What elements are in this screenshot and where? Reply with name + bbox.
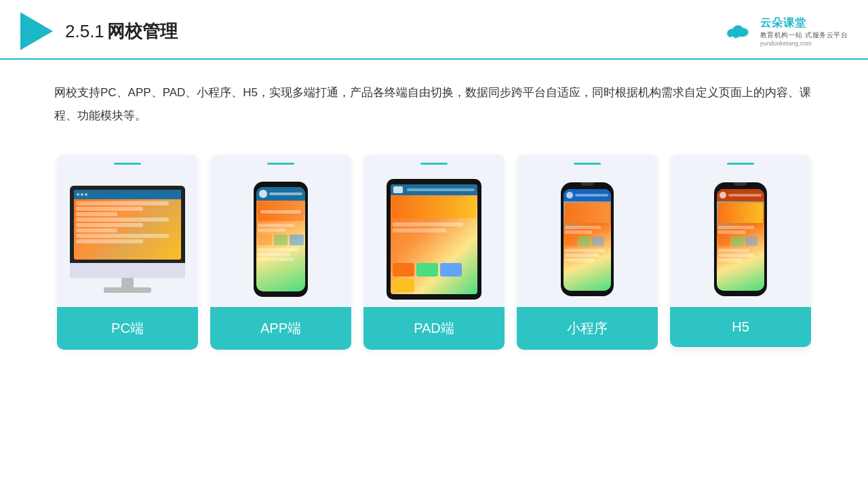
- brand-text: 云朵课堂 教育机构一站 式服务云平台 yunduoketang.com: [760, 16, 848, 47]
- h5-mockup: [714, 182, 767, 296]
- nav: [407, 188, 475, 191]
- monitor-stand: [70, 278, 185, 293]
- phone-row: [258, 258, 294, 261]
- h5-image-area: [670, 165, 811, 307]
- phone-content: [256, 222, 305, 291]
- monitor-base: [104, 287, 151, 293]
- monitor-bar: [74, 190, 181, 199]
- content-row: [76, 218, 169, 222]
- grid-item: [258, 235, 272, 245]
- brand-logo: ☁ 云朵课堂 教育机构一站 式服务云平台 yunduoketang.com: [722, 16, 848, 47]
- h5-row: [718, 253, 754, 257]
- mini-block: [592, 237, 604, 246]
- mini-block: [578, 237, 591, 246]
- grid-item: [274, 235, 288, 245]
- dot: [85, 193, 87, 196]
- monitor-screen-outer: [70, 186, 185, 264]
- h5-grid: [718, 235, 763, 247]
- h5-content: [717, 224, 764, 291]
- content-row: [76, 207, 143, 211]
- svg-point-5: [733, 25, 743, 34]
- h5-row: [718, 226, 754, 229]
- monitor-content: [74, 199, 181, 260]
- miniphone-header: [564, 189, 611, 201]
- monitor-neck: [121, 278, 134, 287]
- cloud-icon: ☁: [722, 19, 755, 43]
- h5-banner: [718, 203, 763, 223]
- h5-row: [718, 249, 749, 252]
- content-row: [76, 228, 117, 232]
- tablet-row: [393, 222, 463, 226]
- h5-block: [732, 237, 744, 246]
- card-label-h5: H5: [670, 307, 811, 347]
- tablet-blocks: [391, 261, 477, 294]
- monitor-mockup: [70, 186, 185, 293]
- svg-text:☁: ☁: [728, 33, 734, 40]
- h5-block: [718, 237, 730, 246]
- phone-row: [258, 253, 290, 256]
- section-number: 2.5.1: [65, 21, 104, 41]
- brand-tagline: 教育机构一站 式服务云平台: [760, 30, 848, 40]
- content-row: [76, 239, 143, 243]
- miniphone-notch2: [734, 182, 747, 186]
- phone-mockup: [254, 182, 308, 297]
- content-row: [76, 212, 117, 216]
- card-pc: PC端: [57, 155, 198, 350]
- h5-row: [718, 258, 743, 262]
- block: [440, 263, 462, 277]
- brand-url: yunduoketang.com: [760, 40, 812, 47]
- avatar-circle: [259, 190, 267, 198]
- tablet-mockup: [387, 179, 481, 300]
- card-label-app: APP端: [210, 307, 351, 350]
- header: 2.5.1网校管理 ☁ 云朵课堂 教育机构一站 式服务云平台 yunduoket…: [0, 0, 868, 60]
- h5-block: [745, 237, 757, 246]
- mini-grid: [565, 235, 610, 247]
- content-row: [76, 223, 143, 227]
- avatar-sm: [566, 192, 573, 199]
- dot: [81, 193, 83, 196]
- description-text: 网校支持PC、APP、PAD、小程序、H5，实现多端打通，产品各终端自由切换，数…: [0, 60, 868, 134]
- phone-row: [258, 228, 285, 232]
- miniphone-content: [564, 224, 611, 291]
- mini-banner: [565, 203, 610, 223]
- card-miniprogram: 小程序: [517, 155, 658, 350]
- phone-row: [258, 248, 299, 251]
- phone-grid: [258, 233, 304, 247]
- banner-area: [258, 202, 304, 221]
- mini-row: [565, 226, 601, 229]
- nav-bar: [575, 194, 608, 197]
- mini-row: [565, 258, 594, 262]
- block: [393, 263, 414, 277]
- miniphone-notch: [580, 182, 594, 186]
- phone-header: [256, 187, 305, 201]
- mini-block: [565, 237, 577, 246]
- phone-screen: [256, 187, 305, 291]
- dot: [77, 193, 79, 196]
- tablet-bar: [391, 184, 477, 195]
- h5-row: [718, 230, 745, 234]
- tablet-row: [393, 228, 446, 232]
- card-app: APP端: [210, 155, 351, 350]
- mini-row: [565, 253, 599, 257]
- page-title: 2.5.1网校管理: [65, 20, 178, 43]
- platform-cards: PC端: [0, 134, 868, 363]
- nav-bar: [269, 192, 302, 195]
- pc-image-area: [57, 165, 198, 307]
- logo-sm: [393, 186, 403, 193]
- banner-text: [260, 210, 301, 214]
- phone-row: [258, 224, 294, 227]
- miniprogram-image-area: [517, 165, 658, 307]
- tablet-banner: [392, 197, 476, 218]
- block: [416, 263, 438, 277]
- logo-triangle-icon: [20, 12, 53, 50]
- card-pad: PAD端: [363, 155, 505, 350]
- app-image-area: [210, 165, 351, 307]
- content-row: [76, 201, 169, 205]
- card-h5: H5: [670, 155, 811, 350]
- monitor-screen: [74, 190, 181, 260]
- card-label-pad: PAD端: [363, 307, 505, 350]
- avatar-h5: [719, 192, 726, 199]
- brand-name: 云朵课堂: [760, 16, 806, 30]
- miniphone-screen: [564, 189, 611, 291]
- block: [393, 279, 414, 292]
